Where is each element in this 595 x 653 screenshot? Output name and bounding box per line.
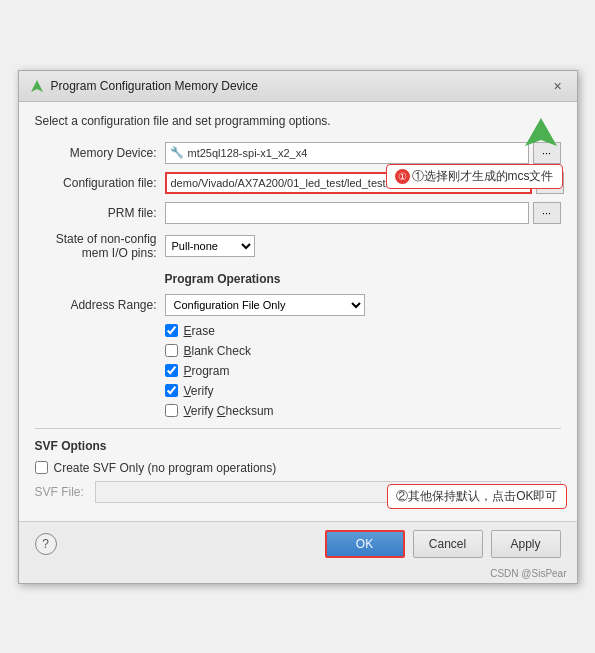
config-file-label: Configuration file: [35, 176, 165, 190]
svf-section: SVF Options Create SVF Only (no program … [35, 439, 561, 503]
ok-button[interactable]: OK [325, 530, 405, 558]
footer-left: ? [35, 533, 57, 555]
erase-label: Erase [184, 324, 215, 338]
verify-checksum-checkbox-row: Verify Checksum [165, 404, 561, 418]
create-svf-checkbox-row: Create SVF Only (no program operations) [35, 461, 561, 475]
memory-device-value: mt25ql128-spi-x1_x2_x4 [188, 147, 308, 159]
memory-device-icon: 🔧 [170, 146, 184, 159]
verify-checkbox-row: Verify [165, 384, 561, 398]
close-button[interactable]: × [549, 77, 567, 95]
verify-checkbox[interactable] [165, 384, 178, 397]
verify-checksum-label: Verify Checksum [184, 404, 274, 418]
erase-checkbox[interactable] [165, 324, 178, 337]
logo-area [521, 114, 561, 157]
prm-file-label: PRM file: [35, 206, 165, 220]
config-file-input: demo/Vivado/AX7A200/01_led_test/led_test… [165, 172, 533, 194]
cancel-button[interactable]: Cancel [413, 530, 483, 558]
apply-button[interactable]: Apply [491, 530, 561, 558]
state-label: State of non-config mem I/O pins: [35, 232, 165, 260]
dialog-footer: ? OK Cancel Apply [19, 521, 577, 566]
config-file-clear-button[interactable]: ✕ [514, 175, 530, 191]
state-select-wrap: Pull-none Pull-up Pull-down Float [165, 235, 255, 257]
program-label: Program [184, 364, 230, 378]
program-checkbox-row: Program [165, 364, 561, 378]
dialog-window: Program Configuration Memory Device × Se… [18, 70, 578, 584]
footer-right: OK Cancel Apply [325, 530, 561, 558]
prm-file-input-wrap: ··· [165, 202, 561, 224]
memory-device-input: 🔧 mt25ql128-spi-x1_x2_x4 [165, 142, 529, 164]
memory-device-input-wrap: 🔧 mt25ql128-spi-x1_x2_x4 ··· [165, 142, 561, 164]
vivado-logo [521, 114, 561, 154]
memory-device-row: Memory Device: 🔧 mt25ql128-spi-x1_x2_x4 … [35, 142, 561, 164]
watermark: CSDN @SisPear [19, 566, 577, 583]
config-file-browse-button[interactable]: ··· [536, 172, 564, 194]
svg-marker-1 [525, 118, 557, 146]
blank-check-checkbox-row: Blank Check [165, 344, 561, 358]
blank-check-checkbox[interactable] [165, 344, 178, 357]
config-file-input-wrap: demo/Vivado/AX7A200/01_led_test/led_test… [165, 172, 565, 194]
program-operations-title: Program Operations [165, 272, 561, 286]
prm-file-input [165, 202, 529, 224]
svf-file-row: SVF File: [35, 481, 561, 503]
memory-device-label: Memory Device: [35, 146, 165, 160]
program-checkbox[interactable] [165, 364, 178, 377]
svf-title: SVF Options [35, 439, 561, 453]
config-file-value: demo/Vivado/AX7A200/01_led_test/led_test… [167, 177, 515, 189]
title-bar: Program Configuration Memory Device × [19, 71, 577, 102]
state-select[interactable]: Pull-none Pull-up Pull-down Float [165, 235, 255, 257]
address-range-label: Address Range: [35, 298, 165, 312]
blank-check-label: Blank Check [184, 344, 251, 358]
config-file-row: Configuration file: demo/Vivado/AX7A200/… [35, 172, 561, 194]
erase-checkbox-row: Erase [165, 324, 561, 338]
prm-file-row: PRM file: ··· [35, 202, 561, 224]
address-range-select[interactable]: Configuration File Only Start and End Ad… [165, 294, 365, 316]
dialog-subtitle: Select a configuration file and set prog… [35, 114, 561, 128]
svf-file-label: SVF File: [35, 485, 95, 499]
create-svf-label: Create SVF Only (no program operations) [54, 461, 277, 475]
dialog-title: Program Configuration Memory Device [51, 79, 258, 93]
prm-file-browse-button[interactable]: ··· [533, 202, 561, 224]
state-row: State of non-config mem I/O pins: Pull-n… [35, 232, 561, 260]
help-button[interactable]: ? [35, 533, 57, 555]
address-range-row: Address Range: Configuration File Only S… [35, 294, 561, 316]
svf-file-input[interactable] [95, 481, 561, 503]
title-bar-left: Program Configuration Memory Device [29, 78, 258, 94]
create-svf-checkbox[interactable] [35, 461, 48, 474]
dialog-body: Select a configuration file and set prog… [19, 102, 577, 521]
svg-marker-0 [31, 80, 43, 92]
app-icon [29, 78, 45, 94]
verify-label: Verify [184, 384, 214, 398]
verify-checksum-checkbox[interactable] [165, 404, 178, 417]
divider [35, 428, 561, 429]
